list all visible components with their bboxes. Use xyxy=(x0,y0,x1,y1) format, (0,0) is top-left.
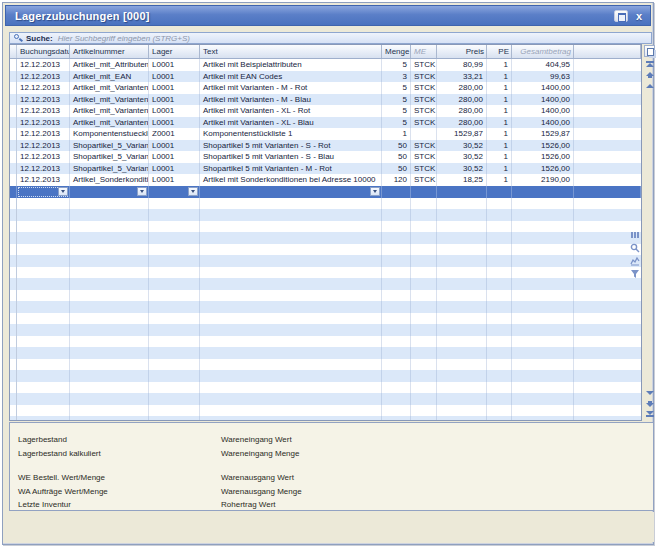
table-row[interactable]: 12.12.2013Artikel_mit_AttributenL0001Art… xyxy=(10,59,641,71)
empty-row[interactable] xyxy=(10,198,641,210)
filter-row[interactable] xyxy=(10,186,641,198)
empty-row[interactable] xyxy=(10,405,641,417)
cell xyxy=(487,393,512,405)
cell xyxy=(200,336,382,348)
filter-dropdown-icon[interactable] xyxy=(58,187,68,196)
cell xyxy=(382,267,411,279)
table-row[interactable]: 12.12.2013Shopartikel_5_VariantL0001Shop… xyxy=(10,151,641,163)
cell xyxy=(411,393,437,405)
cell: 1 xyxy=(487,174,512,186)
empty-row[interactable] xyxy=(10,267,641,279)
column-header-gesamtbetrag[interactable]: Gesamtbetrag xyxy=(512,45,574,58)
cell xyxy=(382,313,411,325)
table-row[interactable]: 12.12.2013Artikel_mit_Varianten.L0001Art… xyxy=(10,82,641,94)
cell xyxy=(149,244,200,256)
window-titlebar[interactable]: Lagerzubuchungen [000] x xyxy=(5,5,651,26)
cell xyxy=(382,393,411,405)
column-header-preis[interactable]: Preis xyxy=(437,45,487,58)
cell: STCK xyxy=(411,71,437,83)
cell xyxy=(200,405,382,417)
row-indicator xyxy=(10,117,17,129)
cell: Artikel mit Beispielattributen xyxy=(200,59,382,71)
table-row[interactable]: 12.12.2013Artikel_mit_EANL0001Artikel mi… xyxy=(10,71,641,83)
empty-row[interactable] xyxy=(10,416,641,421)
scroll-down-icon[interactable] xyxy=(646,391,654,399)
table-header-row: BuchungsdatumArtikelnummerLagerTextMenge… xyxy=(10,45,641,59)
empty-row[interactable] xyxy=(10,382,641,394)
search-input[interactable]: Hier Suchbegriff eingeben (STRG+S) xyxy=(58,34,190,43)
cell xyxy=(17,244,70,256)
scroll-pagedown-icon[interactable] xyxy=(646,401,654,409)
search-label: Suche: xyxy=(26,34,53,43)
vertical-scrollbar[interactable] xyxy=(644,44,656,421)
analysis-icon[interactable] xyxy=(629,255,640,266)
search-bar[interactable]: Suche: Hier Suchbegriff eingeben (STRG+S… xyxy=(9,32,652,44)
cell: Artikel_mit_Varianten. xyxy=(70,117,149,129)
column-header-me[interactable]: ME xyxy=(411,45,437,58)
cell: 80,99 xyxy=(437,59,487,71)
empty-row[interactable] xyxy=(10,232,641,244)
column-header-artikelnummer[interactable]: Artikelnummer xyxy=(70,45,149,58)
cell: 12.12.2013 xyxy=(17,140,70,152)
column-header-buchungsdatum[interactable]: Buchungsdatum xyxy=(17,45,70,58)
empty-row[interactable] xyxy=(10,209,641,221)
cell xyxy=(17,393,70,405)
row-indicator xyxy=(10,301,17,313)
cell xyxy=(149,382,200,394)
cell: Artikel mit EAN Codes xyxy=(200,71,382,83)
cell xyxy=(200,416,382,421)
cell xyxy=(437,278,487,290)
column-header-lager[interactable]: Lager xyxy=(149,45,200,58)
table-row[interactable]: 12.12.2013Artikel_mit_Varianten.L0001Art… xyxy=(10,105,641,117)
empty-row[interactable] xyxy=(10,221,641,233)
empty-row[interactable] xyxy=(10,255,641,267)
cell-filler xyxy=(574,174,641,186)
scroll-first-icon[interactable] xyxy=(646,61,654,69)
column-header-pe[interactable]: PE xyxy=(487,45,512,58)
column-settings-icon[interactable] xyxy=(644,45,655,57)
cell: 280,00 xyxy=(437,82,487,94)
empty-row[interactable] xyxy=(10,393,641,405)
empty-row[interactable] xyxy=(10,370,641,382)
column-header-menge[interactable]: Menge xyxy=(382,45,411,58)
empty-row[interactable] xyxy=(10,244,641,256)
filter-dropdown-icon[interactable] xyxy=(188,187,198,196)
empty-row[interactable] xyxy=(10,313,641,325)
empty-row[interactable] xyxy=(10,301,641,313)
table-row[interactable]: 12.12.2013Artikel_mit_Varianten.L0001Art… xyxy=(10,94,641,106)
cell xyxy=(487,382,512,394)
cell: Shopartikel 5 mit Varianten - S - Rot xyxy=(200,140,382,152)
restore-window-icon[interactable] xyxy=(614,10,628,22)
table-row[interactable]: 12.12.2013KomponentenstueckliZ0001Kompon… xyxy=(10,128,641,140)
row-indicator xyxy=(10,405,17,417)
filter-dropdown-icon[interactable] xyxy=(370,187,380,196)
cell: Shopartikel 5 mit Varianten - M - Rot xyxy=(200,163,382,175)
scroll-pageup-icon[interactable] xyxy=(646,72,654,80)
empty-row[interactable] xyxy=(10,324,641,336)
cell xyxy=(512,405,574,417)
filter-dropdown-icon[interactable] xyxy=(137,187,147,196)
filter-icon[interactable] xyxy=(629,268,640,279)
table-row[interactable]: 12.12.2013Artikel_SonderkonditiL0001Arti… xyxy=(10,174,641,186)
column-header-text[interactable]: Text xyxy=(200,45,382,58)
cell: 5 xyxy=(382,94,411,106)
screen: Lagerzubuchungen [000] x Suche: Hier Suc… xyxy=(0,0,658,548)
close-icon[interactable]: x xyxy=(634,10,644,22)
cell xyxy=(200,278,382,290)
cell xyxy=(437,244,487,256)
empty-row[interactable] xyxy=(10,359,641,371)
empty-row[interactable] xyxy=(10,336,641,348)
search-icon[interactable] xyxy=(629,242,640,253)
cell: 3 xyxy=(382,71,411,83)
table-row[interactable]: 12.12.2013Shopartikel_5_VariantL0001Shop… xyxy=(10,140,641,152)
empty-row[interactable] xyxy=(10,347,641,359)
table-row[interactable]: 12.12.2013Artikel_mit_Varianten.L0001Art… xyxy=(10,117,641,129)
column-chooser-icon[interactable] xyxy=(629,229,640,240)
scroll-up-icon[interactable] xyxy=(646,84,654,92)
cell: L0001 xyxy=(149,174,200,186)
table-row[interactable]: 12.12.2013Shopartikel_5_VariantL0001Shop… xyxy=(10,163,641,175)
cell xyxy=(437,267,487,279)
scroll-last-icon[interactable] xyxy=(646,411,654,419)
empty-row[interactable] xyxy=(10,290,641,302)
empty-row[interactable] xyxy=(10,278,641,290)
